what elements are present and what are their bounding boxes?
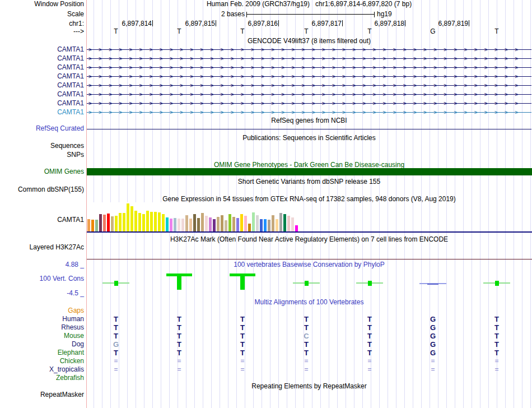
left-label-x-tropicalis[interactable]: X_tropicalis	[0, 366, 84, 373]
gene-row-camta1[interactable]: >>>>>>>>>>>>>>>>>>>>>>>>>>>>>>>>>>>>>>>>…	[87, 100, 531, 107]
left-label-camta1-5[interactable]: CAMTA1	[0, 82, 84, 89]
refseq-curated-track[interactable]	[87, 129, 531, 129]
gtex-tissue-bar	[178, 219, 180, 231]
gtex-tissue-bar	[189, 219, 192, 231]
gtex-tissue-bar	[138, 213, 141, 231]
left-label-chr1: chr1:	[0, 20, 84, 27]
gene-row-camta1[interactable]: >>>>>>>>>>>>>>>>>>>>>>>>>>>>>>>>>>>>>>>>…	[87, 46, 531, 53]
alignment-base-x_tropicalis: =	[301, 366, 312, 373]
alignment-base-dog: T	[491, 341, 502, 348]
gtex-tissue-bar	[185, 215, 188, 231]
gtex-tissue-bar	[236, 218, 239, 231]
gtex-tissue-bar	[107, 214, 110, 231]
refseq-title: RefSeq genes from NCBI	[87, 117, 531, 124]
alignment-base-mouse: C	[301, 332, 312, 340]
alignment-base-x_tropicalis: =	[174, 366, 185, 373]
alignment-base-x_tropicalis: =	[110, 366, 122, 373]
assembly-title: Human Feb. 2009 (GRCh37/hg19)	[207, 0, 310, 8]
left-label-refseq-curated[interactable]: RefSeq Curated	[0, 125, 84, 132]
phylop-tall-bar-stem	[177, 273, 181, 290]
alignment-base-human: T	[237, 316, 248, 323]
alignment-base-human: T	[364, 316, 375, 323]
gtex-tissue-bar	[268, 220, 270, 231]
gene-row-camta1[interactable]: >>>>>>>>>>>>>>>>>>>>>>>>>>>>>>>>>>>>>>>>…	[87, 73, 531, 80]
gtex-tissue-bar	[103, 215, 106, 231]
alignment-base-rhesus: T	[110, 324, 122, 331]
left-label-camta1-3[interactable]: CAMTA1	[0, 64, 84, 71]
alignment-base-mouse: T	[364, 332, 375, 340]
gtex-tissue-bar	[162, 214, 165, 231]
gtex-tissue-bar	[225, 220, 227, 231]
alignment-base-elephant: T	[491, 349, 502, 356]
left-label-mouse[interactable]: Mouse	[0, 332, 84, 340]
omim-genes-track[interactable]	[87, 168, 532, 175]
gene-row-camta1[interactable]: >>>>>>>>>>>>>>>>>>>>>>>>>>>>>>>>>>>>>>>>…	[87, 55, 531, 62]
left-label-sequences[interactable]: Sequences	[0, 142, 84, 150]
alignment-base-elephant: T	[237, 349, 248, 356]
phylop-tall-bar-stem	[240, 273, 245, 290]
left-label-human[interactable]: Human	[0, 316, 84, 323]
left-label-zebrafish[interactable]: Zebrafish	[0, 374, 84, 382]
gtex-tissue-bar	[142, 214, 145, 231]
left-label-chicken[interactable]: Chicken	[0, 358, 84, 365]
gtex-tissue-bar	[287, 216, 290, 231]
gene-row-camta1[interactable]: >>>>>>>>>>>>>>>>>>>>>>>>>>>>>>>>>>>>>>>>…	[87, 109, 531, 116]
gene-row-camta1[interactable]: >>>>>>>>>>>>>>>>>>>>>>>>>>>>>>>>>>>>>>>>…	[87, 91, 531, 98]
left-label-rhesus[interactable]: Rhesus	[0, 324, 84, 331]
gtex-tissue-bar	[283, 214, 286, 231]
alignment-base-human: T	[491, 316, 502, 323]
h3k27ac-track[interactable]	[87, 259, 532, 259]
alignment-base-human: T	[174, 316, 185, 323]
left-label-camta1-4[interactable]: CAMTA1	[0, 73, 84, 80]
gtex-tissue-bar	[91, 220, 94, 231]
phylop-positive-tick	[495, 281, 499, 286]
gtex-tissue-bar	[264, 219, 267, 231]
genome-browser-view: Human Feb. 2009 (GRCh37/hg19) chr1:6,897…	[0, 0, 532, 408]
gtex-tissue-bar	[260, 219, 263, 231]
gtex-tissue-bar	[272, 215, 274, 231]
gtex-tissue-bar	[130, 206, 133, 231]
left-label-gaps[interactable]: Gaps	[0, 307, 84, 314]
gtex-tissue-bar	[279, 213, 282, 231]
alignment-base-rhesus: T	[364, 324, 375, 331]
alignment-base-rhesus: T	[237, 324, 248, 331]
alignment-base-dog: T	[301, 341, 312, 348]
left-label-camta1-1[interactable]: CAMTA1	[0, 46, 84, 53]
left-label-repeatmasker[interactable]: RepeatMasker	[0, 391, 84, 398]
gtex-tissue-bar	[240, 214, 243, 231]
left-label-camta1-7[interactable]: CAMTA1	[0, 100, 84, 107]
alignment-base-human: T	[301, 316, 312, 323]
ruler-base: G	[427, 28, 438, 35]
gtex-tissue-bar	[87, 219, 90, 231]
alignment-base-x_tropicalis: =	[491, 366, 502, 373]
gtex-tissue-bar	[154, 212, 157, 231]
alignment-base-rhesus: T	[174, 324, 185, 331]
gtex-tissue-bar	[170, 219, 172, 231]
left-label-elephant[interactable]: Elephant	[0, 349, 84, 356]
left-label-camta1-8[interactable]: CAMTA1	[0, 109, 84, 116]
gene-row-camta1[interactable]: >>>>>>>>>>>>>>>>>>>>>>>>>>>>>>>>>>>>>>>>…	[87, 82, 531, 89]
ruler-base: T	[174, 28, 185, 35]
gtex-tissue-bar	[181, 219, 184, 231]
ruler-base: T	[301, 28, 312, 35]
alignment-base-elephant: G	[427, 349, 438, 356]
gene-row-camta1[interactable]: >>>>>>>>>>>>>>>>>>>>>>>>>>>>>>>>>>>>>>>>…	[87, 64, 531, 71]
alignment-base-chicken: =	[301, 358, 312, 365]
left-label-camta1-6[interactable]: CAMTA1	[0, 91, 84, 98]
left-label-dog[interactable]: Dog	[0, 341, 84, 348]
alignment-base-elephant: T	[174, 349, 185, 356]
left-label-gtex-gene[interactable]: CAMTA1	[0, 216, 84, 224]
alignment-base-mouse: T	[110, 332, 122, 340]
left-label-vert-cons[interactable]: 100 Vert. Cons	[0, 275, 84, 282]
left-label-omim-genes[interactable]: OMIM Genes	[0, 168, 84, 175]
repeatmasker-title: Repeating Elements by RepeatMasker	[87, 383, 531, 390]
left-label-common-dbsnp[interactable]: Common dbSNP(155)	[0, 186, 84, 193]
alignment-base-human: G	[427, 316, 438, 323]
gtex-tissue-bar	[166, 217, 169, 231]
scale-value: 2 bases	[221, 11, 245, 18]
left-label-layered-h3k27ac[interactable]: Layered H3K27Ac	[0, 244, 84, 251]
left-label-camta1-2[interactable]: CAMTA1	[0, 55, 84, 62]
left-label-snps[interactable]: SNPs	[0, 151, 84, 159]
gtex-tissue-bar	[201, 213, 204, 231]
alignment-base-rhesus: G	[427, 324, 438, 331]
